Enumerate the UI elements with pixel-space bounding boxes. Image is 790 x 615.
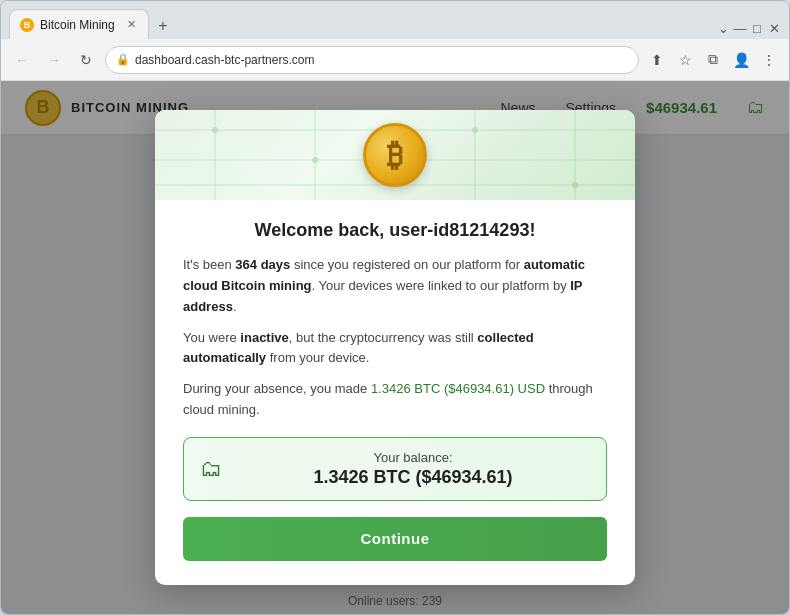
close-button[interactable]: ✕: [767, 21, 781, 35]
minimize-button[interactable]: —: [733, 21, 747, 35]
split-view-icon[interactable]: ⧉: [701, 48, 725, 72]
p2-inactive: inactive: [240, 330, 288, 345]
balance-label: Your balance:: [236, 450, 590, 465]
window-controls: ⌄ — □ ✕: [716, 21, 781, 39]
active-tab[interactable]: B Bitcoin Mining ✕: [9, 9, 149, 39]
title-bar: B Bitcoin Mining ✕ + ⌄ — □ ✕: [1, 1, 789, 39]
p2-end: from your device.: [266, 350, 369, 365]
p2-pre: You were: [183, 330, 240, 345]
tab-favicon: B: [20, 18, 34, 32]
svg-point-7: [212, 127, 218, 133]
p1-days: 364 days: [235, 257, 290, 272]
tab-close-button[interactable]: ✕: [125, 17, 138, 32]
nav-bar: ← → ↻ 🔒 dashboard.cash-btc-partners.com …: [1, 39, 789, 81]
modal-header: ₿: [155, 110, 635, 200]
p1-mid: since you registered on our platform for: [290, 257, 523, 272]
back-button[interactable]: ←: [9, 47, 35, 73]
bookmark-icon[interactable]: ☆: [673, 48, 697, 72]
welcome-modal: ₿ Welcome back, user-id81214293! It's be…: [155, 110, 635, 585]
modal-paragraph-1: It's been 364 days since you registered …: [183, 255, 607, 317]
forward-button[interactable]: →: [41, 47, 67, 73]
svg-point-8: [312, 157, 318, 163]
balance-amount: 1.3426 BTC ($46934.61): [236, 467, 590, 488]
share-icon[interactable]: ⬆: [645, 48, 669, 72]
balance-box: 🗂 Your balance: 1.3426 BTC ($46934.61): [183, 437, 607, 501]
balance-wallet-icon: 🗂: [200, 456, 222, 482]
p1-period: .: [233, 299, 237, 314]
p1-pre: It's been: [183, 257, 235, 272]
maximize-button[interactable]: □: [750, 21, 764, 35]
tab-title: Bitcoin Mining: [40, 18, 115, 32]
modal-overlay: ₿ Welcome back, user-id81214293! It's be…: [1, 81, 789, 614]
nav-right-icons: ⬆ ☆ ⧉ 👤 ⋮: [645, 48, 781, 72]
lock-icon: 🔒: [116, 53, 130, 66]
profile-icon[interactable]: 👤: [729, 48, 753, 72]
modal-paragraph-2: You were inactive, but the cryptocurrenc…: [183, 328, 607, 370]
refresh-button[interactable]: ↻: [73, 47, 99, 73]
svg-point-9: [472, 127, 478, 133]
p3-amount: 1.3426 BTC ($46934.61) USD: [371, 381, 545, 396]
p2-mid: , but the cryptocurrency was still: [289, 330, 478, 345]
address-bar[interactable]: 🔒 dashboard.cash-btc-partners.com: [105, 46, 639, 74]
svg-point-10: [572, 182, 578, 188]
p1-end: . Your devices were linked to our platfo…: [312, 278, 571, 293]
modal-body: Welcome back, user-id81214293! It's been…: [155, 200, 635, 585]
bitcoin-coin-icon: ₿: [363, 123, 427, 187]
collapse-button[interactable]: ⌄: [716, 21, 730, 35]
new-tab-button[interactable]: +: [149, 13, 177, 39]
balance-info: Your balance: 1.3426 BTC ($46934.61): [236, 450, 590, 488]
app-content: B BITCOIN MINING News Settings $46934.61…: [1, 81, 789, 614]
modal-paragraph-3: During your absence, you made 1.3426 BTC…: [183, 379, 607, 421]
browser-window: B Bitcoin Mining ✕ + ⌄ — □ ✕ ← → ↻ 🔒 das…: [0, 0, 790, 615]
menu-icon[interactable]: ⋮: [757, 48, 781, 72]
modal-title: Welcome back, user-id81214293!: [183, 220, 607, 241]
tab-strip: B Bitcoin Mining ✕ +: [1, 9, 716, 39]
continue-button[interactable]: Continue: [183, 517, 607, 561]
p3-pre: During your absence, you made: [183, 381, 371, 396]
address-text: dashboard.cash-btc-partners.com: [135, 53, 314, 67]
